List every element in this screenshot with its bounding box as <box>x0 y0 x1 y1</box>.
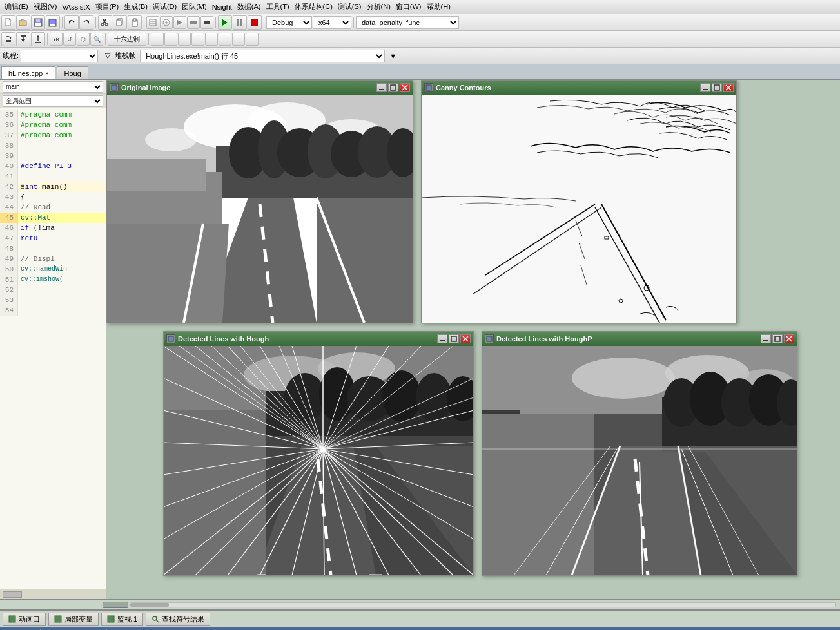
scope-dropdown-1[interactable]: main <box>3 81 103 93</box>
menu-analyze[interactable]: 分析(N) <box>365 1 393 14</box>
original-image-titlebar[interactable]: Original Image <box>107 81 413 95</box>
hscroll-track[interactable] <box>103 602 128 608</box>
hough-titlebar[interactable]: Detected Lines with Hough <box>164 332 473 346</box>
toolbar-btn-extra4[interactable] <box>187 16 200 29</box>
step-over-btn[interactable] <box>1 32 15 46</box>
hough-minimize-btn[interactable] <box>437 334 447 343</box>
dbg-btn1[interactable]: ⏭ <box>50 33 63 46</box>
hough-close-btn[interactable] <box>460 334 471 343</box>
pause-button[interactable] <box>233 15 247 30</box>
extra-btn1[interactable] <box>151 33 164 46</box>
menu-arch[interactable]: 体系结构(C) <box>293 1 335 14</box>
houghp-minimize-btn[interactable] <box>761 334 771 343</box>
tab-close-1[interactable]: × <box>45 70 48 77</box>
code-hscroll[interactable] <box>0 589 106 599</box>
menu-debug[interactable]: 调试(D) <box>151 1 179 14</box>
original-image-window: Original Image <box>106 80 413 323</box>
extra-btn5[interactable] <box>205 33 218 46</box>
houghp-close-btn[interactable] <box>784 334 794 343</box>
hex-btn[interactable]: 十六进制 <box>108 33 146 46</box>
extra-btn3[interactable] <box>178 33 191 46</box>
watch-panel-btn[interactable]: 监视 1 <box>101 613 143 626</box>
redo-button[interactable] <box>79 15 93 30</box>
code-line-48: 48 <box>0 243 106 254</box>
hough-image-svg <box>164 346 473 575</box>
main-hscroll[interactable] <box>0 599 840 609</box>
toolbar-btn-extra5[interactable] <box>200 16 213 29</box>
menu-nsight[interactable]: Nsight <box>210 1 234 14</box>
hough-maximize-btn[interactable] <box>449 334 459 343</box>
open-button[interactable] <box>16 15 30 30</box>
toolbar-2: ⏭ ↺ ⬡ 🔍 十六进制 <box>0 31 840 48</box>
dbg-btn3[interactable]: ⬡ <box>77 33 90 46</box>
paste-button[interactable] <box>128 15 142 30</box>
toolbar-btn-extra2[interactable] <box>160 16 173 29</box>
undo-button[interactable] <box>64 15 79 30</box>
platform-dropdown[interactable]: x64 x86 <box>313 16 351 29</box>
find-label: 查找符号结果 <box>162 615 204 624</box>
menu-edit[interactable]: 编辑(E) <box>3 1 30 14</box>
locals-panel-btn[interactable]: 局部变量 <box>48 613 99 626</box>
tab-houghlines-cpp[interactable]: hLines.cpp × <box>1 66 55 79</box>
svg-rect-43 <box>107 191 210 224</box>
save-button[interactable] <box>31 15 45 30</box>
original-minimize-btn[interactable] <box>376 83 387 92</box>
menu-vassistx[interactable]: VAssistX <box>60 1 92 14</box>
menu-view[interactable]: 视图(V) <box>32 1 59 14</box>
code-line-41: 41 <box>0 171 106 182</box>
houghp-maximize-btn[interactable] <box>772 334 783 343</box>
toolbar-btn-extra3[interactable] <box>173 16 186 29</box>
canny-minimize-btn[interactable] <box>700 83 710 92</box>
dbg-btn4[interactable]: 🔍 <box>90 33 103 46</box>
menu-data[interactable]: 数据(A) <box>235 1 263 14</box>
new-button[interactable] <box>1 15 15 30</box>
menu-project[interactable]: 项目(P) <box>93 1 121 14</box>
hscroll-bar[interactable] <box>130 602 836 607</box>
sep-tb2-1 <box>47 33 48 45</box>
tab-bar: hLines.cpp × Houg <box>0 64 840 80</box>
original-image-svg <box>107 95 413 323</box>
canny-close-btn[interactable] <box>723 83 734 92</box>
code-content: 35 #pragma comm 36 #pragma comm 37 #prag… <box>0 108 106 338</box>
houghp-titlebar[interactable]: Detected Lines with HoughP <box>482 332 797 346</box>
scope-dropdown-2[interactable]: 全局范围 <box>3 95 103 107</box>
houghp-window: Detected Lines with HoughP <box>482 331 797 576</box>
menu-team[interactable]: 团队(M) <box>180 1 209 14</box>
hscroll-thumb[interactable] <box>3 591 22 598</box>
menu-test[interactable]: 测试(S) <box>336 1 364 14</box>
extra-btn7[interactable] <box>232 33 245 46</box>
svg-rect-13 <box>150 19 156 26</box>
extra-btn6[interactable] <box>219 33 231 46</box>
step-out-btn[interactable] <box>31 32 45 46</box>
function-dropdown[interactable]: data_penalty_func <box>356 16 459 29</box>
copy-button[interactable] <box>113 15 127 30</box>
debug-config-dropdown[interactable]: Debug Release <box>266 16 312 29</box>
menu-tools[interactable]: 工具(T) <box>264 1 291 14</box>
stop-button[interactable] <box>248 15 262 30</box>
original-close-btn[interactable] <box>400 83 410 92</box>
toolbar-btn-extra1[interactable] <box>146 16 159 29</box>
watch-icon <box>107 615 115 623</box>
step-into-btn[interactable] <box>16 32 30 46</box>
hscroll-thumb-main[interactable] <box>130 603 169 607</box>
code-line-52: 52 <box>0 285 106 295</box>
dbg-btn2[interactable]: ↺ <box>63 33 76 46</box>
extra-btn4[interactable] <box>191 33 204 46</box>
canny-titlebar[interactable]: Canny Contours <box>422 81 736 95</box>
menu-build[interactable]: 生成(B) <box>122 1 150 14</box>
menu-window[interactable]: 窗口(W) <box>394 1 424 14</box>
cut-button[interactable] <box>98 15 112 30</box>
original-maximize-btn[interactable] <box>388 83 398 92</box>
save-all-button[interactable] <box>46 15 60 30</box>
menu-help[interactable]: 帮助(H) <box>425 1 453 14</box>
canny-maximize-btn[interactable] <box>712 83 722 92</box>
hough-title: Detected Lines with Hough <box>178 335 435 343</box>
tab-houg[interactable]: Houg <box>57 66 88 79</box>
extra-btn2[interactable] <box>164 33 177 46</box>
anim-panel-btn[interactable]: 动画口 <box>3 613 46 626</box>
extra-btn8[interactable] <box>246 33 259 46</box>
run-button[interactable] <box>218 15 232 30</box>
find-panel-btn[interactable]: 查找符号结果 <box>146 613 210 626</box>
stack-dropdown[interactable]: HoughLines.exe!main() 行 45 <box>140 50 385 62</box>
thread-dropdown[interactable] <box>21 50 98 62</box>
